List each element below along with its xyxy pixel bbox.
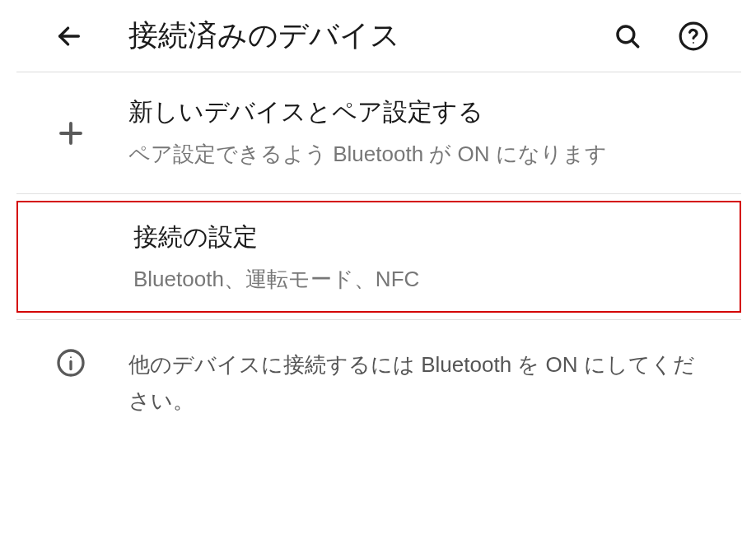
help-icon [678, 21, 709, 52]
pair-row-subtitle: ペア設定できるよう Bluetooth が ON になります [128, 137, 721, 170]
pair-new-device-row[interactable]: 新しいデバイスとペア設定する ペア設定できるよう Bluetooth が ON … [16, 72, 741, 194]
back-arrow-icon [55, 22, 83, 50]
app-bar: 接続済みのデバイス [16, 0, 741, 72]
help-button[interactable] [675, 18, 712, 54]
pair-row-content: 新しいデバイスとペア設定する ペア設定できるよう Bluetooth が ON … [128, 95, 741, 170]
search-button[interactable] [609, 18, 646, 54]
plus-icon [56, 118, 86, 148]
prefs-row-subtitle: Bluetooth、運転モード、NFC [133, 262, 720, 295]
settings-page: 接続済みのデバイス [16, 0, 741, 442]
prefs-row-content: 接続の設定 Bluetooth、運転モード、NFC [51, 221, 740, 295]
search-icon [614, 22, 642, 50]
pair-row-title: 新しいデバイスとペア設定する [128, 95, 721, 129]
add-icon-wrapper [49, 95, 128, 170]
back-button[interactable] [49, 16, 89, 56]
page-title: 接続済みのデバイス [128, 16, 609, 56]
svg-line-2 [632, 40, 638, 47]
svg-point-9 [70, 356, 72, 358]
info-icon [56, 348, 86, 378]
info-text: 他のデバイスに接続するには Bluetooth を ON にしてください。 [128, 346, 741, 419]
bluetooth-info-row: 他のデバイスに接続するには Bluetooth を ON にしてください。 [16, 320, 741, 442]
info-icon-wrapper [49, 346, 128, 419]
prefs-row-title: 接続の設定 [133, 221, 720, 254]
svg-point-4 [693, 41, 694, 43]
header-actions [609, 18, 741, 54]
connection-prefs-row[interactable]: 接続の設定 Bluetooth、運転モード、NFC [16, 201, 741, 312]
